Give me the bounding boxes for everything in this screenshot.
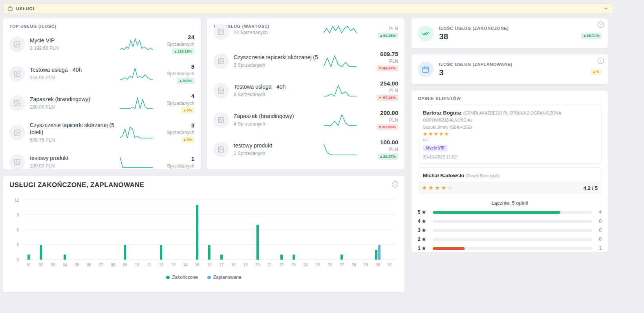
image-placeholder-icon: [218, 28, 225, 35]
service-value: 609.75: [380, 51, 398, 57]
service-price: 200.00 PLN: [30, 104, 115, 110]
chart-bar[interactable]: [40, 245, 42, 260]
chart-bar[interactable]: [27, 255, 30, 260]
stat-value: 38: [439, 32, 509, 41]
top-services-quantity-card: TOP USŁUG (ILOŚĆ) Mycie VIP3 192.60 PLN2…: [3, 18, 201, 169]
trend-badge: ▾ -97.85%: [377, 124, 398, 130]
service-list-item[interactable]: testowy produkt1 Sprzedanych100.00PLN▴ 2…: [213, 135, 398, 164]
sold-label: 8 Sprzedanych: [234, 92, 319, 97]
y-axis-label: 12: [15, 198, 19, 202]
service-list[interactable]: 24 SprzedanychPLN▴ 52.25%Czyszczenie tap…: [213, 18, 398, 164]
trend-badge: ▴ 35.71%: [581, 33, 602, 39]
service-avatar: [213, 112, 229, 128]
rating-breakdown-label: 4 ★: [418, 218, 429, 224]
chart-bar[interactable]: [293, 255, 295, 260]
image-placeholder-icon: [14, 41, 21, 48]
chart-bar[interactable]: [208, 245, 210, 260]
service-list-item[interactable]: Czyszczenie tapicerki skórzanej (5 fotel…: [213, 46, 398, 76]
image-placeholder-icon: [14, 100, 21, 107]
rating-breakdown-label: 2 ★: [418, 237, 429, 242]
service-list-item[interactable]: Mycie VIP3 192.60 PLN24Sprzedanych▴ 118.…: [9, 29, 194, 59]
sparkline-chart: [120, 155, 153, 169]
x-axis-label: 08: [111, 263, 115, 267]
chart-bar[interactable]: [64, 255, 66, 260]
review-author: Bartosz Bogusz: [423, 110, 461, 116]
services-section-banner[interactable]: USŁUGI: [3, 3, 613, 14]
trend-badge: ▾ -97.16%: [377, 95, 398, 101]
service-avatar: [9, 125, 25, 140]
x-axis-label: 24: [304, 263, 308, 267]
legend-dot: [166, 276, 170, 279]
legend-item[interactable]: Zaplanowane: [207, 275, 242, 280]
sold-label: Sprzedanych: [167, 130, 194, 135]
service-avatar: [213, 53, 229, 69]
trend-badge: ▴ 29.87%: [378, 153, 398, 160]
service-list-item[interactable]: 24 SprzedanychPLN▴ 52.25%: [213, 18, 398, 46]
service-list[interactable]: Mycie VIP3 192.60 PLN24Sprzedanych▴ 118.…: [9, 29, 194, 169]
sold-count: 4: [191, 93, 194, 99]
rating-breakdown-count: 4: [596, 209, 602, 215]
service-list-item[interactable]: testowy produkt100.00 PLN1Sprzedanych: [9, 147, 194, 169]
currency-label: PLN: [389, 88, 398, 93]
chart-bar[interactable]: [378, 245, 381, 260]
sparkline-chart: [324, 143, 357, 156]
sparkline-chart: [324, 84, 357, 97]
x-axis-label: 17: [219, 263, 223, 267]
service-avatar: [9, 36, 25, 52]
service-name: testowy produkt: [234, 142, 319, 149]
chart-bar[interactable]: [196, 205, 198, 260]
stat-label: ILOŚĆ USŁUG (ZAKOŃCZONE): [439, 26, 509, 31]
legend-item[interactable]: Zakończone: [166, 275, 198, 280]
reviews-list[interactable]: Bartosz Bogusz (CRMDLAKAŻDEGO.PL SPÓŁKA …: [418, 101, 602, 179]
info-icon[interactable]: i: [392, 181, 398, 187]
x-axis-label: 07: [99, 263, 103, 267]
sold-count: 1: [191, 155, 194, 162]
service-price: 254.00 PLN: [30, 75, 115, 80]
chart-bar[interactable]: [160, 245, 162, 260]
chart-bar[interactable]: [375, 250, 377, 260]
service-avatar: [213, 83, 229, 98]
chart-bar[interactable]: [124, 245, 126, 260]
briefcase-icon: [7, 6, 13, 11]
chart-bar[interactable]: [256, 225, 259, 260]
info-icon[interactable]: i: [598, 58, 604, 64]
sparkline-chart: [120, 126, 153, 139]
x-axis-label: 05: [75, 263, 79, 267]
currency-label: PLN: [389, 58, 398, 64]
rating-breakdown-label: 3 ★: [418, 227, 429, 233]
currency-label: PLN: [389, 117, 398, 123]
trend-badge: ▴ 52.25%: [378, 33, 398, 39]
stat-card-completed: i ILOŚĆ USŁUG (ZAKOŃCZONE) 38 ▴ 35.71%: [412, 18, 608, 48]
service-list-item[interactable]: Czyszczenie tapicerki skórzanej (5 fotel…: [9, 118, 194, 147]
review-vehicle: Suzuki Jimny (SBI6415E): [423, 125, 596, 129]
image-placeholder-icon: [14, 70, 21, 77]
card-title: TOP USŁUG (ILOŚĆ): [9, 24, 194, 29]
service-list-item[interactable]: Testowa usługa - 40h8 Sprzedanych254.00P…: [213, 76, 398, 105]
rating-bar-track: [433, 220, 592, 223]
trend-badge: ▴ 300%: [177, 78, 194, 84]
service-list-item[interactable]: Zapaszek (brandingowy)4 Sprzedanych200.0…: [213, 105, 398, 135]
x-axis-label: 11: [147, 263, 151, 267]
service-tag[interactable]: Mycie VIP: [423, 145, 448, 151]
sold-label: 3 Sprzedanych: [234, 62, 319, 68]
trend-badge: ▾ -90.47%: [377, 65, 398, 71]
service-price: 609.75 PLN: [30, 137, 115, 143]
service-list-item[interactable]: Zapaszek (brandingowy)200.00 PLN4Sprzeda…: [9, 88, 194, 118]
sparkline-chart: [324, 25, 357, 38]
image-placeholder-icon: [14, 129, 21, 136]
info-icon[interactable]: i: [598, 22, 604, 28]
average-rating-score: 4.2 / 5: [584, 185, 598, 191]
chart-bar[interactable]: [280, 255, 283, 260]
chart-legend: ZakończoneZaplanowane: [9, 275, 398, 280]
sold-label: Sprzedanych: [167, 100, 194, 106]
sparkline-chart: [324, 55, 357, 68]
service-value: 100.00: [380, 139, 398, 146]
chevron-down-icon[interactable]: [603, 6, 609, 11]
y-axis-label: 6: [16, 228, 19, 232]
trend-badge: ▴ 0%: [181, 107, 194, 113]
chart-bar[interactable]: [340, 255, 343, 260]
service-list-item[interactable]: Testowa usługa - 40h254.00 PLN8Sprzedany…: [9, 59, 194, 88]
service-avatar: [213, 24, 229, 40]
image-placeholder-icon: [218, 58, 225, 65]
chart-bar[interactable]: [220, 255, 223, 260]
